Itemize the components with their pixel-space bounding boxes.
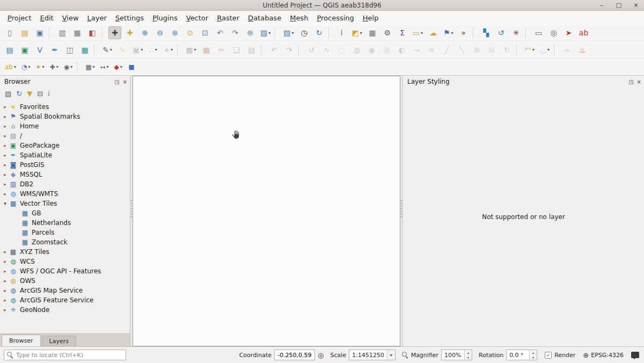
add-selected-layers-button[interactable]: ▧ xyxy=(5,90,11,97)
change-label-button[interactable]: ■ xyxy=(126,61,137,73)
expand-arrow-icon[interactable]: ▸ xyxy=(2,153,9,158)
open-attribute-table-button[interactable]: ▦ xyxy=(366,26,379,39)
float-styling-button[interactable]: ◳ xyxy=(628,79,633,85)
map-canvas[interactable] xyxy=(133,76,400,346)
expand-arrow-icon[interactable]: ▸ xyxy=(2,288,9,293)
save-edits-button[interactable]: ▣▾ xyxy=(131,43,144,56)
merge-attributes-button[interactable]: ⊟ xyxy=(486,43,499,56)
processing-toolbox-button[interactable]: ⚙ xyxy=(381,26,394,39)
statistical-summary-button[interactable]: Σ xyxy=(396,26,409,39)
magnifier-spinbox[interactable]: 100% ▴ ▾ xyxy=(441,350,472,360)
expand-arrow-icon[interactable]: ▸ xyxy=(2,268,9,274)
properties-widget-button[interactable]: i xyxy=(48,90,50,97)
plugin-bug-button[interactable]: ✳ xyxy=(510,26,523,39)
menu-layer[interactable]: Layer xyxy=(83,12,111,24)
scale-combo[interactable]: 1:1451250 ▾ xyxy=(349,350,396,360)
python-console-button[interactable]: ▚ xyxy=(480,26,493,39)
menu-view[interactable]: View xyxy=(58,12,83,24)
flame-plugin-button[interactable]: ♨ xyxy=(576,43,589,56)
browser-item-arcgis-feature-service[interactable]: ▸◍ArcGIS Feature Service xyxy=(0,295,130,305)
spin-down-icon[interactable]: ▾ xyxy=(465,355,472,360)
select-features-button[interactable]: ◩▾ xyxy=(350,26,364,39)
map-theme-button[interactable]: ▦▾ xyxy=(84,61,96,73)
expand-arrow-icon[interactable]: ▾ xyxy=(2,201,9,206)
plugin-sync-button[interactable]: ↺ xyxy=(495,26,508,39)
minimize-button[interactable]: – xyxy=(598,2,605,9)
expand-arrow-icon[interactable]: ▸ xyxy=(2,278,9,284)
new-spatialite-layer-button[interactable]: ✒ xyxy=(48,43,61,56)
show-hide-labels-button[interactable]: ◉▾ xyxy=(62,61,75,73)
browser-item-postgis[interactable]: ▸◙PostGIS xyxy=(0,160,130,170)
pin-unpin-labels-button[interactable]: ✚▾ xyxy=(48,61,60,73)
circular-string-radius-button[interactable]: ◡▾ xyxy=(538,43,551,56)
browser-item-xyz-tiles[interactable]: ▸▩XYZ Tiles xyxy=(0,247,130,257)
close-panel-button[interactable]: × xyxy=(123,79,127,85)
reshape-features-button[interactable]: ↝ xyxy=(411,43,423,56)
add-ring-button[interactable]: ◌ xyxy=(335,43,348,56)
stream-digitizing-button[interactable]: ≈ xyxy=(561,43,574,56)
map-tips-button[interactable]: ☁ xyxy=(427,26,440,39)
zoom-last-button[interactable]: ↶ xyxy=(214,26,226,39)
collapse-all-button[interactable]: ⊟ xyxy=(37,90,43,97)
current-edits-button[interactable]: ✎▾ xyxy=(101,43,114,56)
zoom-to-layer-button[interactable]: ⊡ xyxy=(199,26,211,39)
filter-browser-button[interactable]: ▼ xyxy=(27,90,32,97)
browser-item-geopackage[interactable]: ▸▣GeoPackage xyxy=(0,141,130,150)
browser-item-home[interactable]: ▸⌂Home xyxy=(0,121,130,131)
expand-arrow-icon[interactable]: ▸ xyxy=(2,191,9,197)
rotation-spinbox[interactable]: 0.0 ° ▴ ▾ xyxy=(506,350,537,360)
vertex-tool-button[interactable]: +▾ xyxy=(162,43,174,56)
circular-string-curve-button[interactable]: ◠▾ xyxy=(523,43,536,56)
diagram-options-button[interactable]: ◔▾ xyxy=(20,61,32,73)
delete-ring-button[interactable]: ◎ xyxy=(380,43,393,56)
split-parts-button[interactable]: ╲ xyxy=(456,43,469,56)
browser-item-wms-wmts[interactable]: ▸◍WMS/WMTS xyxy=(0,189,130,199)
close-button[interactable]: × xyxy=(632,2,640,9)
browser-item-geonode[interactable]: ▸✳GeoNode xyxy=(0,305,130,315)
expand-arrow-icon[interactable]: ▸ xyxy=(2,133,9,139)
delete-selected-button[interactable]: ▦ xyxy=(200,43,213,56)
data-source-manager-button[interactable]: ▤ xyxy=(3,43,16,56)
rotate-point-symbols-button[interactable]: ↻ xyxy=(501,43,514,56)
browser-item-db2[interactable]: ▸▥DB2 xyxy=(0,179,130,189)
float-panel-button[interactable]: ◳ xyxy=(114,79,119,85)
browser-item-root-folder[interactable]: ▸▤/ xyxy=(0,131,130,141)
copy-features-button[interactable]: ❏ xyxy=(230,43,243,56)
menu-raster[interactable]: Raster xyxy=(213,12,244,24)
tab-browser[interactable]: Browser xyxy=(2,335,41,346)
plugin-cursor-button[interactable]: ➤ xyxy=(562,26,575,39)
expand-arrow-icon[interactable]: ▸ xyxy=(2,249,9,255)
digitize-feature-button[interactable]: ∴▾ xyxy=(147,43,159,56)
redo-button[interactable]: ↷ xyxy=(283,43,296,56)
new-scratch-layer-button[interactable]: ◫ xyxy=(63,43,76,56)
expand-arrow-icon[interactable]: ▸ xyxy=(2,143,9,148)
zoom-in-button[interactable]: ⊕ xyxy=(138,26,151,39)
browser-item-ows[interactable]: ▸◍OWS xyxy=(0,276,130,286)
modify-attributes-button[interactable]: ▩▾ xyxy=(184,43,197,56)
menu-settings[interactable]: Settings xyxy=(111,12,148,24)
zoom-next-button[interactable]: ↷ xyxy=(229,26,241,39)
browser-item-zoomstack[interactable]: ▦Zoomstack xyxy=(0,237,130,247)
chevron-down-icon[interactable]: ▾ xyxy=(387,350,395,360)
browser-item-gb[interactable]: ▦GB xyxy=(0,208,130,218)
browser-item-favorites[interactable]: ▸★Favorites xyxy=(0,102,130,112)
project-save-button[interactable]: ▣ xyxy=(33,26,46,39)
fill-ring-button[interactable]: ◉ xyxy=(365,43,378,56)
pan-map-button[interactable]: ✚ xyxy=(108,26,121,39)
browser-item-wcs[interactable]: ▸◍WCS xyxy=(0,257,130,266)
tab-layers[interactable]: Layers xyxy=(42,336,76,346)
identify-features-button[interactable]: i xyxy=(335,26,348,39)
refresh-map-button[interactable]: ↻ xyxy=(313,26,326,39)
browser-item-parcels[interactable]: ▦Parcels xyxy=(0,228,130,237)
spin-down-icon[interactable]: ▾ xyxy=(530,355,537,360)
style-manager-button[interactable]: ◧ xyxy=(86,26,99,39)
cut-features-button[interactable]: ✂ xyxy=(215,43,228,56)
split-features-button[interactable]: ╱ xyxy=(441,43,453,56)
expand-arrow-icon[interactable]: ▸ xyxy=(2,307,9,313)
maximize-button[interactable]: □ xyxy=(615,2,623,9)
browser-item-arcgis-map-service[interactable]: ▸◍ArcGIS Map Service xyxy=(0,286,130,295)
expand-arrow-icon[interactable]: ▸ xyxy=(2,162,9,168)
menu-help[interactable]: Help xyxy=(358,12,383,24)
paste-features-button[interactable]: ▤ xyxy=(245,43,258,56)
temporal-controller-button[interactable]: ◷ xyxy=(298,26,311,39)
